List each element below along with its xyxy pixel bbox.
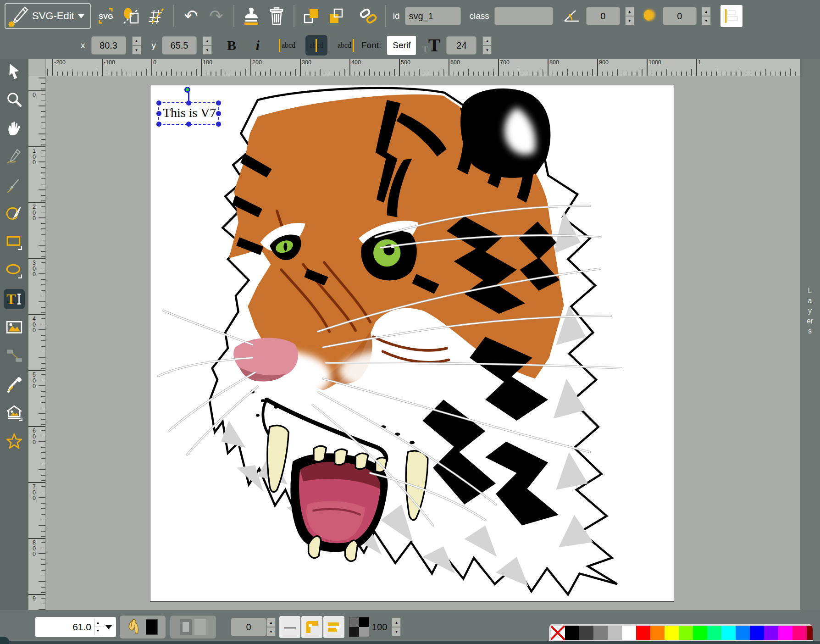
palette-swatch-3f3f3f[interactable] xyxy=(579,626,593,640)
resize-handle-s[interactable] xyxy=(186,122,191,127)
stroke-color-button[interactable] xyxy=(170,616,216,638)
rotation-angle-input[interactable] xyxy=(586,7,620,25)
layers-panel-toggle[interactable]: Layers xyxy=(800,59,820,610)
tool-star[interactable] xyxy=(4,431,25,451)
resize-handle-se[interactable] xyxy=(216,122,221,127)
x-coordinate-input[interactable] xyxy=(91,36,126,55)
tool-shape-library[interactable] xyxy=(4,403,25,423)
ruler-major-tick xyxy=(647,59,648,76)
zoom-value: 61.0 xyxy=(39,622,94,633)
y-spinner[interactable]: ▲▼ xyxy=(203,36,212,55)
move-to-top-button[interactable] xyxy=(301,5,321,27)
bold-button[interactable]: B xyxy=(222,34,242,56)
editor-preferences-button[interactable] xyxy=(146,5,166,27)
blur-spinner[interactable]: ▲▼ xyxy=(702,7,711,25)
palette-swatch-ffff00[interactable] xyxy=(665,626,679,640)
palette-swatch-00ff7f[interactable] xyxy=(707,626,721,640)
palette-swatch-bfbfbf[interactable] xyxy=(608,626,622,640)
element-id-input[interactable] xyxy=(405,7,461,25)
svg-canvas[interactable]: This is V7 xyxy=(150,85,674,602)
tool-rect[interactable] xyxy=(4,232,25,252)
tool-image[interactable] xyxy=(4,317,25,338)
linecap-button[interactable] xyxy=(323,616,344,638)
resize-handle-ne[interactable] xyxy=(216,100,221,105)
font-family-button[interactable]: Serif xyxy=(387,36,416,55)
zoom-control[interactable]: 61.0 ▲▼ xyxy=(35,617,116,637)
stroke-width-spinner[interactable]: ▲▼ xyxy=(266,618,276,636)
tool-path[interactable] xyxy=(4,204,25,224)
palette-swatch-7f00ff[interactable] xyxy=(764,626,778,640)
palette-swatch-ff007f[interactable] xyxy=(792,626,807,640)
ruler-major-tick xyxy=(250,59,251,76)
ruler-label: 800 xyxy=(32,540,37,557)
svg-source-icon: SVG xyxy=(97,7,115,25)
palette-swatch-ffffff[interactable] xyxy=(622,626,636,640)
x-spinner[interactable]: ▲▼ xyxy=(132,36,141,55)
resize-handle-w[interactable] xyxy=(156,111,161,116)
text-anchor-middle-button[interactable]: abcd xyxy=(305,35,327,56)
delete-button[interactable] xyxy=(266,5,287,27)
redo-button[interactable]: ↷ xyxy=(206,5,227,27)
ruler-label: 700 xyxy=(500,59,510,66)
italic-button[interactable]: i xyxy=(248,34,268,56)
tool-ellipse[interactable] xyxy=(4,261,25,281)
stroke-dash-button[interactable]: — xyxy=(279,616,300,638)
palette-swatch-ff0000[interactable] xyxy=(636,626,650,640)
make-link-button[interactable] xyxy=(358,5,378,27)
palette-swatch-00ff00[interactable] xyxy=(693,626,707,640)
palette-swatch-000000[interactable] xyxy=(565,626,579,640)
ruler-major-tick xyxy=(28,538,45,539)
workspace[interactable]: This is V7 xyxy=(46,76,800,610)
move-to-bottom-button[interactable] xyxy=(327,5,347,27)
palette-swatch-0000ff[interactable] xyxy=(750,626,764,640)
ruler-major-tick xyxy=(349,59,350,76)
linejoin-button[interactable] xyxy=(301,616,322,638)
resize-handle-e[interactable] xyxy=(216,111,221,116)
resize-handle-nw[interactable] xyxy=(156,100,161,105)
text-anchor-end-button[interactable]: abcd xyxy=(333,35,355,56)
font-size-input[interactable] xyxy=(446,36,476,55)
palette-swatch-7f0000[interactable] xyxy=(807,626,813,640)
angle-spinner[interactable]: ▲▼ xyxy=(625,7,634,25)
y-coordinate-input[interactable] xyxy=(162,36,197,55)
palette-swatch-ff7f00[interactable] xyxy=(650,626,665,640)
text-anchor-start-button[interactable]: abcd xyxy=(277,35,299,56)
clone-button[interactable] xyxy=(241,5,261,27)
blur-input[interactable] xyxy=(663,7,697,25)
anchor-middle-marker xyxy=(316,39,317,52)
palette-swatch-7fff00[interactable] xyxy=(679,626,693,640)
shape-library-icon xyxy=(6,404,23,422)
zoom-dropdown-caret-icon[interactable] xyxy=(105,625,112,629)
zoom-spinner[interactable]: ▲▼ xyxy=(94,619,101,635)
blur-icon xyxy=(642,7,658,25)
tool-select[interactable] xyxy=(4,61,25,82)
main-menu-button[interactable]: SVG-Edit xyxy=(5,3,91,29)
tool-text[interactable]: T xyxy=(4,289,25,309)
palette-swatch-7f7f7f[interactable] xyxy=(593,626,608,640)
ruler-major-tick xyxy=(102,59,103,76)
tool-eyedropper[interactable] xyxy=(4,374,25,394)
palette-swatch-none[interactable] xyxy=(551,626,565,640)
element-class-input[interactable] xyxy=(494,7,553,25)
rotation-handle[interactable] xyxy=(184,87,190,93)
tool-pan[interactable] xyxy=(4,118,25,139)
star-icon xyxy=(6,433,23,450)
hand-icon xyxy=(6,120,23,137)
resize-handle-n[interactable] xyxy=(186,100,191,105)
stroke-width-input[interactable] xyxy=(231,618,266,636)
ruler-major-tick xyxy=(28,258,45,259)
palette-swatch-00ffff[interactable] xyxy=(721,626,736,640)
font-size-spinner[interactable]: ▲▼ xyxy=(482,36,492,55)
palette-swatch-ff00ff[interactable] xyxy=(778,626,792,640)
svg-source-button[interactable]: SVG xyxy=(96,5,116,27)
fill-color-button[interactable] xyxy=(120,616,166,638)
resize-handle-sw[interactable] xyxy=(156,122,161,127)
tiger-artwork[interactable] xyxy=(150,85,674,601)
tool-zoom[interactable] xyxy=(4,90,25,110)
class-label: class xyxy=(470,11,489,21)
document-properties-button[interactable] xyxy=(121,5,141,27)
undo-button[interactable]: ↶ xyxy=(181,5,201,27)
palette-swatch-007fff[interactable] xyxy=(736,626,750,640)
opacity-spinner[interactable]: ▲▼ xyxy=(392,618,401,636)
align-button[interactable] xyxy=(720,5,742,27)
